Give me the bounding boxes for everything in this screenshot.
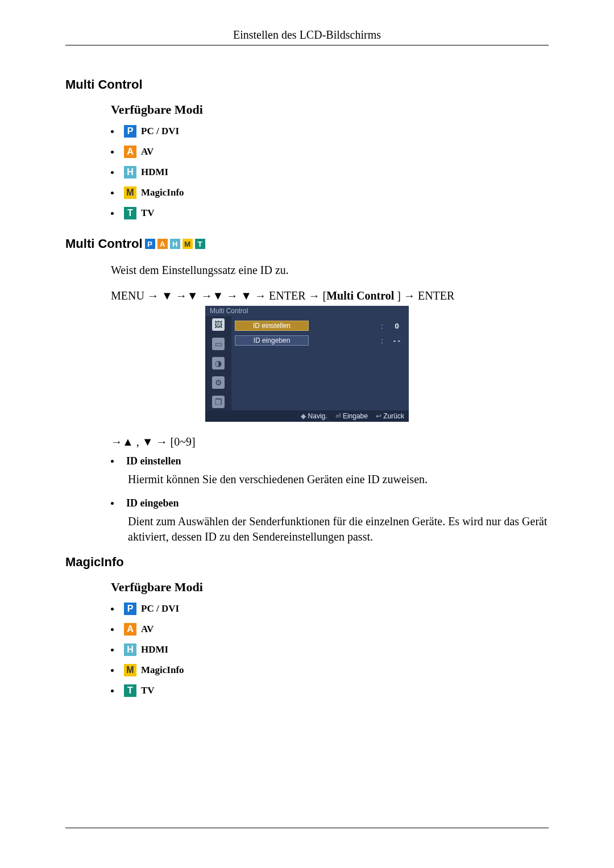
section-multi-control-detail-title: Multi Control P A H M T (65, 236, 549, 251)
osd-id-input-button[interactable]: ID eingeben (235, 335, 309, 346)
mode-item-pc-dvi: P PC / DVI (111, 125, 549, 138)
mode-item-hdmi: H HDMI (111, 166, 549, 178)
osd-id-set-value: 0 (388, 322, 405, 330)
item-text: Dient zum Auswählen der Senderfunktionen… (128, 514, 549, 545)
nav-bold: Multi Control (326, 289, 397, 302)
section-title-text: Multi Control (65, 236, 143, 251)
mode-item-av: A AV (111, 623, 549, 636)
mode-list-1: P PC / DVI A AV H HDMI M MagicInfo T (111, 125, 549, 219)
osd-multi-icon: ❐ (212, 396, 225, 408)
mode-label: AV (141, 624, 154, 635)
osd-footer: ◆ Navig. ⏎ Eingabe ↩ Zurück (205, 410, 409, 422)
m-icon: M (182, 239, 193, 249)
mode-label: PC / DVI (141, 603, 179, 614)
bullet-icon (111, 192, 114, 194)
t-icon: T (195, 239, 205, 249)
mode-item-hdmi: H HDMI (111, 643, 549, 656)
a-icon: A (124, 623, 136, 636)
osd-setup-icon: ⚙ (212, 376, 225, 389)
bullet-icon (111, 502, 114, 505)
osd-id-set-button[interactable]: ID einstellen (235, 321, 309, 331)
item-label: ID einstellen (126, 455, 181, 467)
bullet-icon (111, 649, 114, 651)
osd-id-input-value: - - (388, 337, 405, 345)
a-icon: A (124, 146, 136, 158)
bullet-icon (111, 669, 114, 672)
osd-title: Multi Control (205, 306, 409, 316)
available-modes-heading-1: Verfügbare Modi (111, 102, 549, 117)
m-icon: M (124, 186, 136, 199)
bullet-icon (111, 628, 114, 631)
bullet-icon (111, 690, 114, 692)
mode-item-tv: T TV (111, 207, 549, 219)
mode-label: MagicInfo (141, 665, 184, 676)
mode-item-magicinfo: M MagicInfo (111, 186, 549, 199)
osd-screenshot: Multi Control 🖼 ▭ ◑ ⚙ ❐ ID einstellen : (205, 306, 409, 422)
osd-picture-icon: 🖼 (212, 318, 225, 331)
section-multi-control-title: Multi Control (65, 77, 549, 92)
osd-foot-back: ↩ Zurück (376, 412, 404, 420)
section-magicinfo-title: MagicInfo (65, 555, 549, 570)
p-icon: P (145, 239, 155, 249)
bullet-icon (111, 460, 114, 463)
bottom-divider (65, 828, 549, 828)
nav-prefix: MENU → ▼ →▼ →▼ → ▼ → ENTER → [ (111, 289, 326, 302)
a-icon: A (157, 239, 168, 249)
running-header: Einstellen des LCD-Bildschirms (65, 28, 549, 41)
osd-row-id-set: ID einstellen : 0 (235, 318, 405, 333)
item-text: Hiermit können Sie den verschiedenen Ger… (128, 472, 549, 487)
osd-foot-enter: ⏎ Eingabe (335, 412, 368, 420)
h-icon: H (124, 643, 136, 656)
mode-item-tv: T TV (111, 684, 549, 697)
m-icon: M (124, 664, 136, 676)
available-modes-heading-2: Verfügbare Modi (111, 580, 549, 595)
menu-navigation-path: MENU → ▼ →▼ →▼ → ▼ → ENTER → [Multi Cont… (111, 289, 549, 302)
direction-line: →▲ , ▼ → [0~9] (111, 435, 549, 448)
nav-suffix: ] → ENTER (397, 289, 454, 302)
h-icon: H (170, 239, 180, 249)
bullet-icon (111, 130, 114, 133)
osd-screen-icon: ▭ (212, 338, 225, 350)
section2-intro: Weist dem Einstellungssatz eine ID zu. (111, 263, 549, 278)
list-item: ID einstellen Hiermit können Sie den ver… (111, 455, 549, 487)
mode-list-2: P PC / DVI A AV H HDMI M MagicInfo T (111, 603, 549, 697)
mode-item-av: A AV (111, 146, 549, 158)
t-icon: T (124, 684, 136, 697)
t-icon: T (124, 207, 136, 219)
osd-colon: : (379, 337, 385, 345)
mode-label: TV (141, 207, 155, 219)
list-item: ID eingeben Dient zum Auswählen der Send… (111, 497, 549, 545)
p-icon: P (124, 603, 136, 615)
osd-colon: : (379, 322, 385, 330)
osd-row-id-input: ID eingeben : - - (235, 333, 405, 348)
mode-label: HDMI (141, 644, 168, 655)
multi-control-items: ID einstellen Hiermit können Sie den ver… (111, 455, 549, 545)
bullet-icon (111, 212, 114, 215)
bullet-icon (111, 608, 114, 610)
osd-sound-icon: ◑ (212, 357, 225, 369)
mode-label: PC / DVI (141, 126, 179, 137)
h-icon: H (124, 166, 136, 178)
p-icon: P (124, 125, 136, 138)
mode-label: HDMI (141, 167, 168, 178)
item-label: ID eingeben (126, 497, 179, 509)
osd-foot-nav: ◆ Navig. (301, 412, 327, 420)
bullet-icon (111, 151, 114, 153)
mode-label: MagicInfo (141, 187, 184, 198)
mode-label: TV (141, 685, 155, 696)
mode-item-pc-dvi: P PC / DVI (111, 603, 549, 615)
mode-label: AV (141, 146, 154, 157)
mode-item-magicinfo: M MagicInfo (111, 664, 549, 676)
osd-side-icons: 🖼 ▭ ◑ ⚙ ❐ (205, 316, 231, 410)
bullet-icon (111, 171, 114, 174)
